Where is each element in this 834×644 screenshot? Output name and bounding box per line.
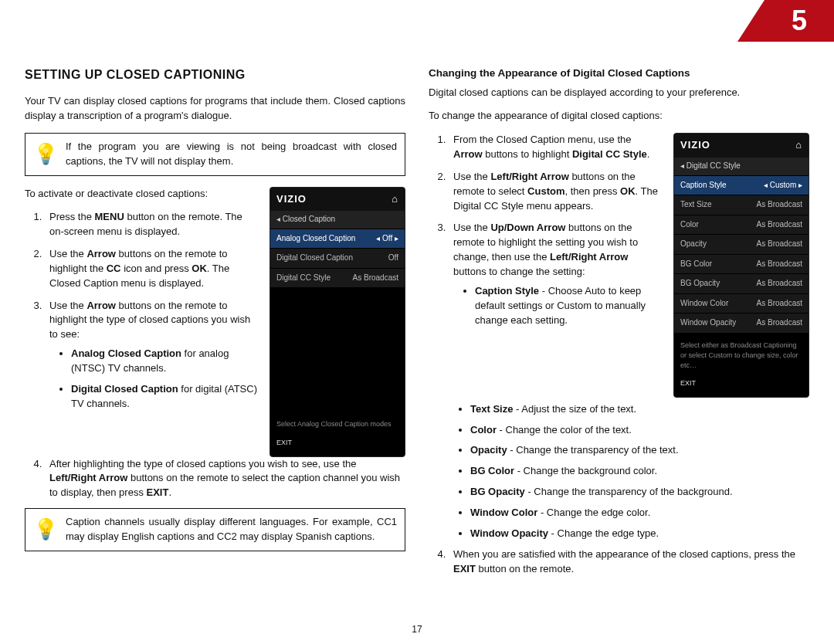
- intro-text: Your TV can display closed captions for …: [25, 94, 405, 124]
- bullet-analog: Analog Closed Caption for analog (NTSC) …: [71, 347, 259, 376]
- menu-row: Caption Style◂ Custom ▸: [674, 175, 809, 195]
- step-4: After highlighting the type of closed ca…: [45, 457, 405, 501]
- tip-box-1: 💡 If the program you are viewing is not …: [25, 133, 405, 176]
- chapter-number: 5: [764, 0, 834, 42]
- tip-text: Caption channels usually display differe…: [66, 515, 397, 544]
- home-icon: ⌂: [795, 138, 802, 153]
- menu-row-analog: Analog Closed Caption◂ Off ▸: [270, 229, 405, 249]
- right-intro: Digital closed captions can be displayed…: [429, 86, 809, 100]
- step-2: Use the Arrow buttons on the remote to h…: [45, 247, 259, 291]
- screenshot-exit: EXIT: [270, 434, 405, 452]
- r-step-1: From the Closed Caption menu, use the Ar…: [449, 133, 663, 162]
- home-icon: ⌂: [392, 192, 398, 207]
- screenshot-footer: Select either as Broadcast Captioning or…: [674, 336, 809, 375]
- brand-label: VIZIO: [680, 138, 710, 153]
- step-1: Press the MENU button on the remote. The…: [45, 210, 259, 239]
- brand-label: VIZIO: [276, 192, 307, 207]
- tip-text: If the program you are viewing is not be…: [66, 140, 397, 169]
- r-bullet-color: Color - Change the color of the text.: [470, 423, 809, 438]
- menu-row-style: Digital CC StyleAs Broadcast: [270, 268, 405, 288]
- right-column: Changing the Appearance of Digital Close…: [429, 66, 809, 584]
- menu-row: BG OpacityAs Broadcast: [674, 273, 809, 293]
- bullet-digital: Digital Closed Caption for digital (ATSC…: [71, 382, 259, 412]
- r-bullet-window-opacity: Window Opacity - Change the edge type.: [470, 527, 809, 541]
- tv-screenshot-digital-cc-style: VIZIO⌂ ◂ Digital CC Style Caption Style◂…: [673, 133, 809, 398]
- menu-row: BG ColorAs Broadcast: [674, 254, 809, 274]
- left-column: SETTING UP CLOSED CAPTIONING Your TV can…: [25, 66, 405, 584]
- page-number: 17: [412, 623, 422, 636]
- screenshot-exit: EXIT: [674, 375, 809, 392]
- menu-row-digital: Digital Closed CaptionOff: [270, 248, 405, 268]
- r-step-3: Use the Up/Down Arrow buttons on the rem…: [449, 221, 663, 327]
- page-tab-angle: [737, 0, 764, 42]
- section-heading: SETTING UP CLOSED CAPTIONING: [25, 66, 405, 83]
- right-lead: To change the appearance of digital clos…: [429, 109, 809, 124]
- menu-row: Window ColorAs Broadcast: [674, 293, 809, 314]
- back-icon: ◂: [276, 215, 280, 223]
- bulb-icon: 💡: [33, 140, 56, 169]
- back-icon: ◂: [680, 161, 684, 170]
- r-step-4: When you are satisfied with the appearan…: [449, 547, 809, 577]
- r-bullet-bg-color: BG Color - Change the background color.: [470, 464, 809, 479]
- step-3: Use the Arrow buttons on the remote to h…: [45, 299, 259, 412]
- r-bullet-text-size: Text Size - Adjust the size of the text.: [470, 402, 809, 417]
- screenshot-footer: Select Analog Closed Caption modes: [270, 415, 405, 433]
- r-bullet-window-color: Window Color - Change the edge color.: [470, 506, 809, 520]
- subsection-heading: Changing the Appearance of Digital Close…: [429, 66, 809, 81]
- bulb-icon: 💡: [33, 515, 56, 544]
- menu-row: Text SizeAs Broadcast: [674, 195, 809, 215]
- menu-row: OpacityAs Broadcast: [674, 234, 809, 254]
- r-step-2: Use the Left/Right Arrow buttons on the …: [449, 170, 663, 214]
- tv-screenshot-closed-caption: VIZIO⌂ ◂ Closed Caption Analog Closed Ca…: [270, 187, 405, 457]
- tip-box-2: 💡 Caption channels usually display diffe…: [25, 508, 405, 551]
- r-bullet-bg-opacity: BG Opacity - Change the transparency of …: [470, 485, 809, 500]
- r-bullet-caption-style: Caption Style - Choose Auto to keep defa…: [475, 284, 663, 328]
- activate-label: To activate or deactivate closed caption…: [25, 187, 259, 202]
- menu-row: Window OpacityAs Broadcast: [674, 313, 809, 333]
- menu-row: ColorAs Broadcast: [674, 215, 809, 235]
- r-bullet-opacity: Opacity - Change the transparency of the…: [470, 443, 809, 458]
